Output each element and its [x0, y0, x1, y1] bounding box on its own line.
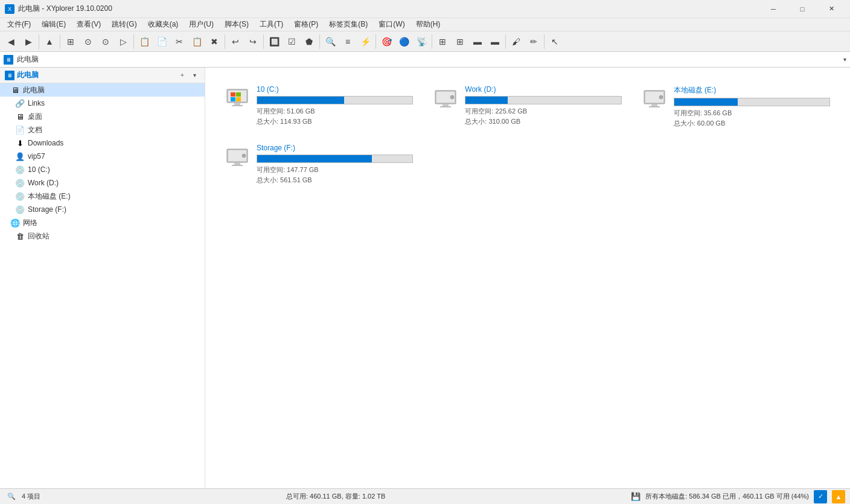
find-button[interactable]: 🔍 — [322, 33, 339, 50]
sidebar-item-icon-network: 🌐 — [10, 217, 21, 228]
color-button[interactable]: 🖌 — [508, 33, 525, 50]
drive-free-c: 可用空间: 51.06 GB — [257, 106, 413, 116]
menu-item-s[interactable]: 脚本(S) — [220, 18, 254, 31]
close-button[interactable]: ✕ — [817, 0, 845, 18]
sidebar-item-desktop[interactable]: 🖥桌面 — [0, 110, 205, 123]
drive-total-d: 总大小: 310.00 GB — [465, 116, 621, 127]
menu-bar: 文件(F)编辑(E)查看(V)跳转(G)收藏夹(a)用户(U)脚本(S)工具(T… — [0, 18, 850, 31]
target-button[interactable]: 🎯 — [378, 33, 395, 50]
svg-point-22 — [242, 154, 246, 158]
sidebar-item-drive-e[interactable]: 💿本地磁盘 (E:) — [0, 190, 205, 203]
drive-info-e: 本地磁盘 (E:)可用空间: 35.66 GB总大小: 60.00 GB — [674, 85, 830, 128]
status-ok-button[interactable]: ✓ — [814, 490, 827, 503]
status-warn-button[interactable]: ▲ — [832, 490, 845, 503]
cut-button[interactable]: ✂ — [171, 33, 188, 50]
svg-point-17 — [659, 95, 663, 99]
drive-bar-container-e — [674, 98, 830, 106]
sidebar-item-network[interactable]: 🌐网络 — [0, 216, 205, 229]
filter-button[interactable]: ≡ — [339, 33, 356, 50]
preview-button[interactable]: 🔵 — [395, 33, 412, 50]
menu-item-u[interactable]: 用户(U) — [184, 18, 219, 31]
toolbar-separator — [263, 34, 264, 49]
menu-item-f[interactable]: 文件(F) — [2, 18, 36, 31]
toolbar-separator — [505, 34, 506, 49]
undo-button[interactable]: ↩ — [227, 33, 244, 50]
split2-button[interactable]: ⊞ — [452, 33, 468, 50]
sidebar-item-icon-recycle: 🗑 — [14, 231, 25, 241]
svg-rect-2 — [234, 103, 240, 105]
pointer-button[interactable]: ↖ — [546, 33, 563, 50]
sidebar-item-label-drive-d: Work (D:) — [28, 179, 59, 187]
sidebar-header-buttons[interactable]: + ▾ — [177, 70, 200, 81]
sync-button[interactable]: 📡 — [413, 33, 430, 50]
address-dropdown-icon[interactable]: ▾ — [843, 56, 846, 63]
sidebar-add-button[interactable]: + — [177, 70, 188, 81]
menu-item-g[interactable]: 跳转(G) — [107, 18, 141, 31]
sidebar-item-downloads[interactable]: ⬇Downloads — [0, 136, 205, 150]
window-controls[interactable]: ─ □ ✕ — [759, 0, 845, 18]
separator-button[interactable]: ▬ — [469, 33, 486, 50]
title-bar: X 此电脑 - XYplorer 19.10.0200 ─ □ ✕ — [0, 0, 850, 18]
sidebar-item-icon-vip57: 👤 — [14, 151, 25, 162]
status-bar: 🔍 4 项目 总可用: 460.11 GB, 容量: 1.02 TB 💾 所有本… — [0, 488, 850, 504]
minimize-button[interactable]: ─ — [759, 0, 787, 18]
new-file-button[interactable]: 📄 — [153, 33, 170, 50]
redo-button[interactable]: ↪ — [244, 33, 261, 50]
edit-button[interactable]: ✏ — [525, 33, 542, 50]
sidebar-header-title: 此电脑 — [17, 70, 174, 80]
status-right: 💾 所有本地磁盘: 586.34 GB 已用，460.11 GB 可用 (44%… — [631, 490, 845, 503]
sidebar-item-label-network: 网络 — [23, 218, 37, 228]
sidebar-item-drive-d[interactable]: 💿Work (D:) — [0, 176, 205, 190]
menu-item-w[interactable]: 窗口(W) — [374, 18, 409, 31]
menu-item-e[interactable]: 编辑(E) — [37, 18, 71, 31]
clipboard-button[interactable]: 📋 — [136, 33, 153, 50]
menu-item-v[interactable]: 查看(V) — [72, 18, 106, 31]
sidebar-header: 🖥 此电脑 + ▾ — [0, 68, 205, 83]
search-button2[interactable]: ⊙ — [97, 33, 114, 50]
pane-button[interactable]: ▬ — [487, 33, 503, 50]
tile-button[interactable]: 🔲 — [266, 33, 283, 50]
sidebar-item-vip57[interactable]: 👤vip57 — [0, 150, 205, 163]
up-button[interactable]: ▲ — [41, 33, 58, 50]
svg-rect-7 — [236, 97, 241, 101]
drive-bar-fill-f — [257, 155, 372, 162]
drive-card-f[interactable]: Storage (F:)可用空间: 147.77 GB总大小: 561.51 G… — [215, 136, 423, 193]
drive-card-e[interactable]: 本地磁盘 (E:)可用空间: 35.66 GB总大小: 60.00 GB — [632, 77, 840, 136]
drive-card-c[interactable]: 10 (C:)可用空间: 51.06 GB总大小: 114.93 GB — [215, 77, 423, 136]
sidebar-item-docs[interactable]: 📄文档 — [0, 123, 205, 136]
sidebar-item-links[interactable]: 🔗Links — [0, 97, 205, 110]
sidebar-dropdown-button[interactable]: ▾ — [189, 70, 200, 81]
maximize-button[interactable]: □ — [788, 0, 816, 18]
split-button[interactable]: ⊞ — [434, 33, 451, 50]
menu-item-b[interactable]: 标签页集(B) — [324, 18, 372, 31]
menu-item-a[interactable]: 收藏夹(a) — [143, 18, 184, 31]
folder-view-button[interactable]: ⊞ — [62, 33, 79, 50]
play-button[interactable]: ▷ — [115, 33, 132, 50]
menu-item-h[interactable]: 帮助(H) — [411, 18, 446, 31]
drive-total-e: 总大小: 60.00 GB — [674, 118, 830, 129]
sidebar-item-drive-f[interactable]: 💿Storage (F:) — [0, 203, 205, 216]
drive-free-f: 可用空间: 147.77 GB — [257, 165, 413, 175]
copy-button[interactable]: 📋 — [188, 33, 205, 50]
sidebar-item-icon-drive-f: 💿 — [14, 204, 25, 215]
location-button[interactable]: ⊙ — [80, 33, 97, 50]
sidebar-item-drive-c[interactable]: 💿10 (C:) — [0, 163, 205, 176]
status-hdd-info: 所有本地磁盘: 586.34 GB 已用，460.11 GB 可用 (44%) — [645, 492, 809, 501]
mark-button[interactable]: ⬟ — [301, 33, 318, 50]
filter2-button[interactable]: ⚡ — [357, 33, 374, 50]
back-button[interactable]: ◀ — [2, 33, 19, 50]
menu-item-t[interactable]: 工具(T) — [255, 18, 288, 31]
sidebar-item-recycle[interactable]: 🗑回收站 — [0, 229, 205, 243]
drive-card-d[interactable]: Work (D:)可用空间: 225.62 GB总大小: 310.00 GB — [423, 77, 631, 136]
sidebar-item-this-pc[interactable]: 🖥此电脑 — [0, 83, 205, 97]
forward-button[interactable]: ▶ — [20, 33, 37, 50]
address-text: 此电脑 — [17, 54, 39, 65]
sidebar-item-label-drive-e: 本地磁盘 (E:) — [28, 191, 71, 202]
menu-item-p[interactable]: 窗格(P) — [289, 18, 323, 31]
sidebar-item-icon-links: 🔗 — [14, 98, 25, 109]
sidebar-item-label-vip57: vip57 — [28, 152, 45, 161]
title-bar-left: X 此电脑 - XYplorer 19.10.0200 — [5, 4, 112, 14]
check-button[interactable]: ☑ — [283, 33, 300, 50]
delete-button[interactable]: ✖ — [206, 33, 223, 50]
status-search-icon[interactable]: 🔍 — [5, 490, 18, 503]
